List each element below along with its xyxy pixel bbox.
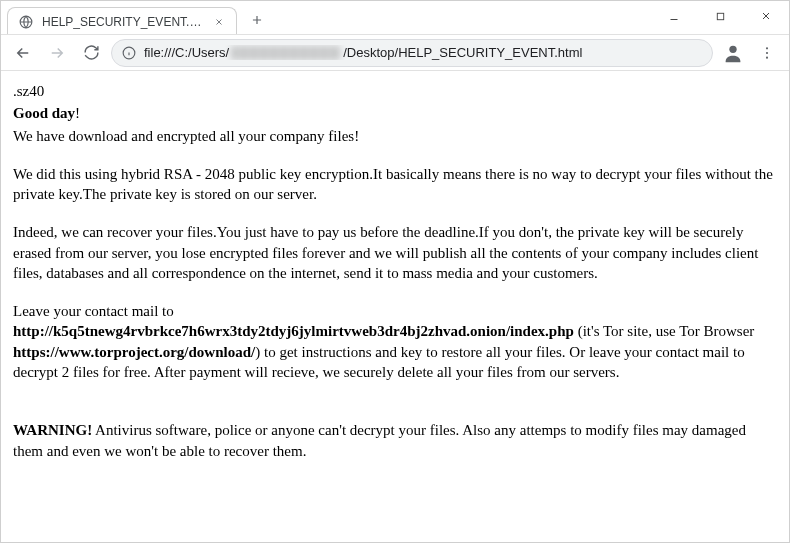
- warning-paragraph: WARNING! Antivirus software, police or a…: [13, 420, 777, 461]
- contact-mid1: (it's Tor site, use Tor Browser: [574, 323, 754, 339]
- kebab-menu-icon[interactable]: [753, 39, 781, 67]
- contact-lead: Leave your contact mail to: [13, 301, 777, 321]
- torproject-url: https://www.torproject.org/download/: [13, 344, 255, 360]
- warning-label: WARNING!: [13, 422, 92, 438]
- profile-avatar[interactable]: [719, 39, 747, 67]
- url-prefix: file:///C:/Users/: [144, 45, 229, 60]
- tab-title: HELP_SECURITY_EVENT.html: [42, 15, 204, 29]
- onion-url: http://k5q5tnewg4rvbrkce7h6wrx3tdy2tdyj6…: [13, 323, 574, 339]
- back-button[interactable]: [9, 39, 37, 67]
- tabstrip: HELP_SECURITY_EVENT.html: [1, 1, 271, 34]
- greeting-bold: Good day: [13, 105, 75, 121]
- svg-point-3: [729, 45, 736, 52]
- browser-tab[interactable]: HELP_SECURITY_EVENT.html: [7, 7, 237, 34]
- minimize-button[interactable]: [651, 1, 697, 31]
- browser-toolbar: file:///C:/Users/ /Desktop/HELP_SECURITY…: [1, 35, 789, 71]
- recover-paragraph: Indeed, we can recover your files.You ju…: [13, 222, 777, 283]
- page-content: .sz40 Good day! We have download and enc…: [1, 71, 789, 543]
- greeting-line: Good day!: [13, 103, 777, 123]
- forward-button[interactable]: [43, 39, 71, 67]
- close-tab-icon[interactable]: [212, 15, 226, 29]
- reload-button[interactable]: [77, 39, 105, 67]
- url-text: file:///C:/Users/ /Desktop/HELP_SECURITY…: [144, 45, 702, 60]
- maximize-button[interactable]: [697, 1, 743, 31]
- svg-point-6: [766, 56, 768, 58]
- new-tab-button[interactable]: [243, 6, 271, 34]
- ext-line: .sz40: [13, 81, 777, 101]
- warning-text: Antivirus software, police or anyone can…: [13, 422, 746, 458]
- contact-paragraph: http://k5q5tnewg4rvbrkce7h6wrx3tdy2tdyj6…: [13, 321, 777, 382]
- url-suffix: /Desktop/HELP_SECURITY_EVENT.html: [343, 45, 582, 60]
- url-redacted: [231, 46, 341, 60]
- info-icon[interactable]: [122, 46, 136, 60]
- rsa-paragraph: We did this using hybrid RSA - 2048 publ…: [13, 164, 777, 205]
- close-window-button[interactable]: [743, 1, 789, 31]
- svg-point-5: [766, 51, 768, 53]
- window-controls: [651, 1, 789, 34]
- svg-rect-1: [717, 13, 723, 19]
- address-bar[interactable]: file:///C:/Users/ /Desktop/HELP_SECURITY…: [111, 39, 713, 67]
- window-titlebar: HELP_SECURITY_EVENT.html: [1, 1, 789, 35]
- greeting-excl: !: [75, 105, 80, 121]
- svg-point-4: [766, 47, 768, 49]
- globe-icon: [18, 14, 34, 30]
- encrypted-line: We have download and encrypted all your …: [13, 126, 777, 146]
